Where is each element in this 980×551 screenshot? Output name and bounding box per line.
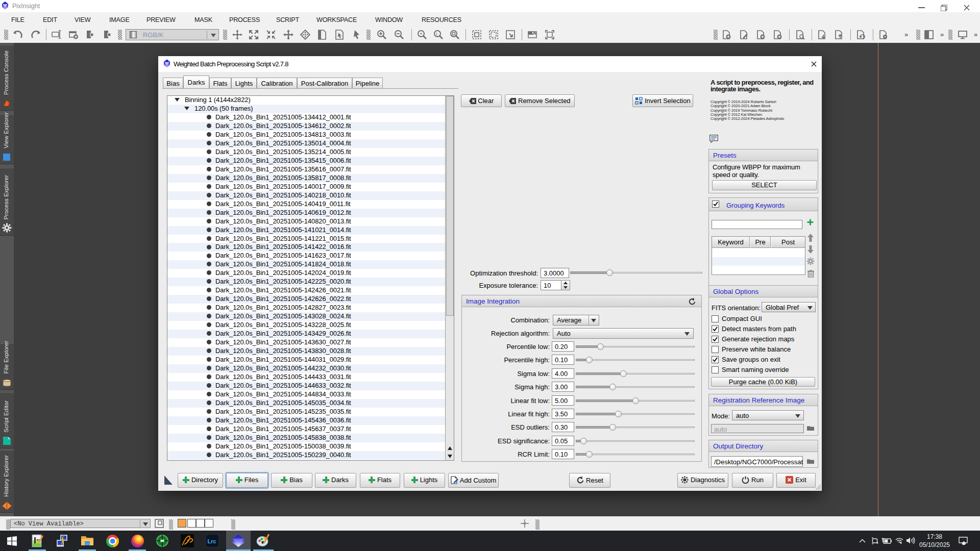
svg-text:1: 1	[436, 32, 438, 36]
svg-text:Lrc: Lrc	[208, 538, 216, 544]
